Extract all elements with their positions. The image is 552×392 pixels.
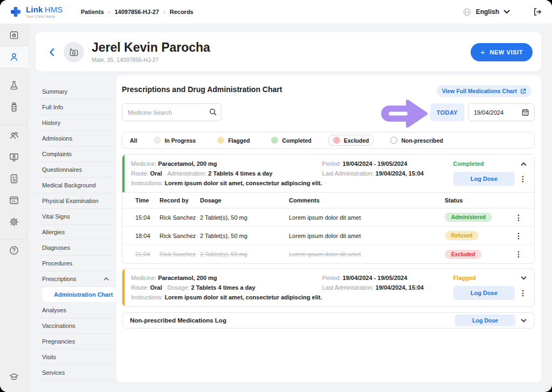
sidebar-item-education[interactable]	[0, 366, 28, 388]
filter-completed[interactable]: Completed	[266, 135, 316, 146]
breadcrumb: Patients › 14097856-HJ-27 › Records	[81, 9, 194, 15]
nav-item-questionnaires[interactable]: Questionnaires	[36, 162, 116, 178]
nav-item-complaints[interactable]: Complaints	[36, 146, 116, 162]
dosage-value: 2 Tablets 4 times a day	[191, 284, 256, 291]
medicine-search	[122, 103, 222, 121]
nav-item-history[interactable]: History	[36, 115, 116, 131]
sidebar-item-settings[interactable]	[0, 211, 28, 233]
sidebar-item-workstation[interactable]	[0, 146, 28, 168]
calendar-icon[interactable]	[521, 108, 529, 116]
nav-item-diagnoses[interactable]: Diagnoses	[36, 240, 116, 256]
log-dose-button[interactable]: Log Dose	[453, 286, 515, 300]
chart-card-icon	[9, 195, 19, 206]
instructions-value: Lorem ipsum dolor sit amet, consectetur …	[164, 180, 322, 186]
language-selector[interactable]: English	[476, 8, 499, 16]
chevron-up-icon	[104, 277, 109, 281]
logo-tagline: Your Clinic Name	[26, 15, 63, 19]
patient-meta: Male, 35, 14097856-HJ-27	[92, 57, 210, 63]
instructions-value: Lorem ipsum dolor sit amet, consectetur …	[164, 294, 322, 300]
chevron-down-icon[interactable]	[503, 10, 510, 14]
graduation-cap-icon	[9, 372, 19, 382]
nav-item-pregnancies[interactable]: Pregnancies	[36, 334, 116, 349]
patient-name: Jerel Kevin Parocha	[92, 41, 210, 54]
sidebar-item-help[interactable]	[0, 240, 28, 261]
filter-flagged[interactable]: Flagged	[212, 135, 254, 146]
administration-value: 2 Tablets 4 times a day	[208, 170, 272, 177]
nav-item-procedures[interactable]: Procedures	[36, 256, 116, 271]
filter-excluded[interactable]: Excluded	[328, 135, 374, 146]
nav-item-administration-chart[interactable]: Administration Chart	[42, 287, 116, 303]
kebab-menu-icon[interactable]: ⋮	[519, 175, 527, 183]
status-badge: Refused	[445, 231, 479, 240]
clinic-logo-icon	[10, 6, 22, 18]
sidebar-item-calendar[interactable]	[0, 24, 28, 46]
breadcrumb-patient-id[interactable]: 14097856-HJ-27	[114, 9, 159, 15]
medicine-bottle-icon	[9, 102, 19, 113]
flagged-dot	[217, 137, 224, 144]
chevron-down-icon[interactable]	[521, 319, 527, 323]
sidebar-item-pharmacy[interactable]	[0, 96, 28, 118]
back-button[interactable]	[45, 46, 58, 59]
filter-non-prescribed[interactable]: Non-prescribed	[385, 135, 448, 146]
nav-item-vaccinations[interactable]: Vaccinations	[36, 318, 116, 334]
breadcrumb-records[interactable]: Records	[170, 9, 194, 15]
nav-item-prescriptions[interactable]: Prescriptions	[36, 271, 116, 287]
date-picker[interactable]	[468, 103, 535, 121]
top-bar: LinkHMS Your Clinic Name Patients › 1409…	[0, 0, 552, 24]
status-badge: Administered	[445, 213, 492, 222]
kebab-menu-icon[interactable]: ⋮	[519, 289, 527, 297]
sidebar-item-reports[interactable]	[0, 190, 28, 211]
non-prescribed-title: Non-prescribed Medications Log	[130, 317, 455, 324]
nav-item-analyses[interactable]: Analyses	[36, 303, 116, 318]
kebab-menu-icon[interactable]: ⋮	[515, 232, 522, 240]
dose-row: 18:04 Rick Sanchez 2 Tablet(s), 50 mg Lo…	[122, 227, 534, 245]
sidebar-item-staff[interactable]	[0, 125, 28, 146]
page-title: Prescriptions and Drug Administration Ch…	[122, 85, 282, 94]
medicine-name: Paracetamol, 200 mg	[158, 275, 217, 281]
status-filter-bar: All In Progress Flagged Completed Exclud…	[122, 132, 535, 149]
route-value: Oral	[150, 170, 162, 177]
plus-icon: +	[480, 48, 485, 56]
filter-all[interactable]: All	[130, 137, 137, 144]
nav-item-services[interactable]: Services	[36, 365, 116, 381]
app-logo[interactable]: LinkHMS Your Clinic Name	[0, 5, 70, 19]
sidebar-item-laboratory[interactable]	[0, 75, 28, 96]
calendar-schedule-icon	[9, 30, 19, 40]
medicine-name: Paracetamol, 200 mg	[158, 160, 217, 167]
breadcrumb-separator: ›	[163, 9, 165, 15]
kebab-menu-icon[interactable]: ⋮	[515, 250, 522, 258]
nav-item-allergies[interactable]: Allergies	[36, 225, 116, 240]
dose-row: 15:04 Rick Sanchez 2 Tablet(s), 50 mg Lo…	[122, 208, 534, 227]
nav-item-physical-examination[interactable]: Physical Examination	[36, 193, 116, 209]
gear-icon	[9, 216, 19, 227]
log-dose-button[interactable]: Log Dose	[455, 314, 515, 326]
search-icon[interactable]	[209, 108, 217, 116]
last-administration-value: 19/04/2024, 15:04	[376, 170, 424, 177]
kebab-menu-icon[interactable]: ⋮	[515, 214, 522, 221]
breadcrumb-patients[interactable]: Patients	[81, 9, 104, 15]
nav-item-vital-signs[interactable]: Vital Signs	[36, 209, 116, 225]
logout-button[interactable]	[533, 7, 542, 17]
chevron-down-icon[interactable]	[521, 276, 527, 280]
today-button[interactable]: TODAY	[430, 103, 464, 121]
patient-avatar[interactable]	[64, 42, 84, 62]
nav-item-admissions[interactable]: Admissions	[36, 131, 116, 146]
camera-plus-icon	[69, 48, 79, 57]
non-prescribed-dot	[390, 137, 397, 144]
app-window: LinkHMS Your Clinic Name Patients › 1409…	[0, 0, 552, 392]
period-value: 19/04/2024 - 19/05/2024	[342, 160, 407, 167]
medicine-search-input[interactable]	[122, 103, 222, 121]
status-badge: Excluded	[445, 250, 481, 259]
sidebar-item-patients[interactable]	[0, 46, 28, 68]
view-full-medications-link[interactable]: View Full Medications Chart	[437, 85, 532, 97]
nav-item-summary[interactable]: Summary	[36, 84, 116, 100]
chevron-up-icon[interactable]	[521, 162, 527, 166]
new-visit-button[interactable]: + NEW VISIT	[471, 43, 533, 61]
nav-item-visits[interactable]: Visits	[36, 349, 116, 365]
nav-item-full-info[interactable]: Full Info	[36, 100, 116, 115]
sidebar-item-documents[interactable]	[0, 168, 28, 190]
filter-in-progress[interactable]: In Progress	[149, 135, 201, 146]
date-input[interactable]	[474, 109, 516, 116]
log-dose-button[interactable]: Log Dose	[453, 172, 515, 186]
nav-item-medical-background[interactable]: Medical Background	[36, 178, 116, 193]
